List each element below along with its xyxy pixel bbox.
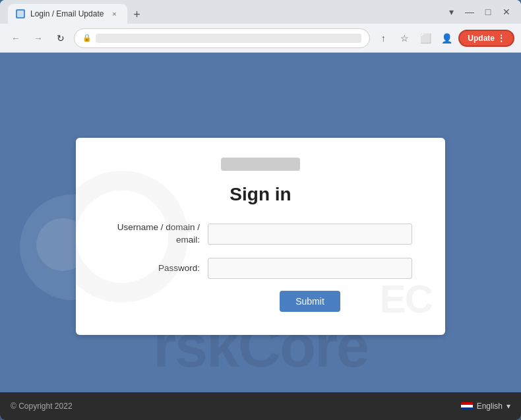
title-bar: Login / Email Update × + ▾ — □ ✕	[0, 0, 521, 24]
update-button[interactable]: Update ⋮	[458, 30, 514, 47]
page-footer: © Copyright 2022 English ▾	[0, 392, 521, 420]
username-label: Username / domain /email:	[109, 222, 208, 247]
profile-icon[interactable]: 👤	[437, 29, 456, 47]
tab-title: Login / Email Update	[30, 9, 104, 18]
window-close-icon[interactable]: ✕	[500, 5, 513, 18]
tab-favicon	[16, 9, 25, 18]
tab-close-button[interactable]: ×	[109, 9, 119, 19]
title-bar-controls: ▾ — □ ✕	[444, 5, 513, 18]
password-input[interactable]	[208, 258, 412, 279]
username-input[interactable]	[208, 224, 412, 245]
password-label: Password:	[109, 262, 208, 275]
update-menu-icon: ⋮	[497, 34, 505, 43]
extensions-icon[interactable]: ⬜	[416, 29, 435, 47]
flag-icon	[461, 402, 473, 410]
bookmark-icon[interactable]: ☆	[395, 29, 414, 47]
window-maximize-icon[interactable]: □	[481, 5, 495, 18]
submit-button[interactable]: Submit	[280, 291, 340, 312]
password-row: Password:	[109, 258, 412, 279]
tabs-area: Login / Email Update × +	[8, 0, 439, 24]
back-button[interactable]: ←	[7, 29, 25, 47]
refresh-button[interactable]: ↻	[51, 29, 70, 47]
address-bar[interactable]: 🔒	[74, 28, 370, 48]
browser-window: Login / Email Update × + ▾ — □ ✕ ← → ↻ 🔒…	[0, 0, 521, 420]
sign-in-title: Sign in	[109, 184, 412, 205]
language-dropdown-icon: ▾	[506, 402, 510, 411]
submit-row: Submit	[109, 291, 412, 312]
nav-right-icons: ↑ ☆ ⬜ 👤 Update ⋮	[374, 29, 514, 47]
share-icon[interactable]: ↑	[374, 29, 392, 47]
page-content: rskCore EC Sign in Username / domain /em…	[0, 53, 521, 420]
username-row: Username / domain /email:	[109, 222, 412, 247]
copyright-text: © Copyright 2022	[11, 402, 461, 411]
lock-icon: 🔒	[82, 34, 92, 42]
logo-area	[109, 158, 412, 171]
language-selector[interactable]: English ▾	[461, 402, 510, 411]
window-minimize-icon[interactable]: —	[463, 5, 476, 18]
svg-rect-0	[17, 11, 24, 17]
url-display	[96, 34, 361, 43]
language-label: English	[477, 402, 503, 411]
window-chevron-icon[interactable]: ▾	[444, 5, 458, 18]
logo-image	[221, 158, 300, 171]
forward-button[interactable]: →	[29, 29, 47, 47]
new-tab-button[interactable]: +	[127, 5, 146, 24]
login-card: EC Sign in Username / domain /email: Pas…	[76, 138, 445, 336]
active-tab[interactable]: Login / Email Update ×	[8, 4, 127, 24]
navigation-bar: ← → ↻ 🔒 ↑ ☆ ⬜ 👤 Update ⋮	[0, 24, 521, 53]
